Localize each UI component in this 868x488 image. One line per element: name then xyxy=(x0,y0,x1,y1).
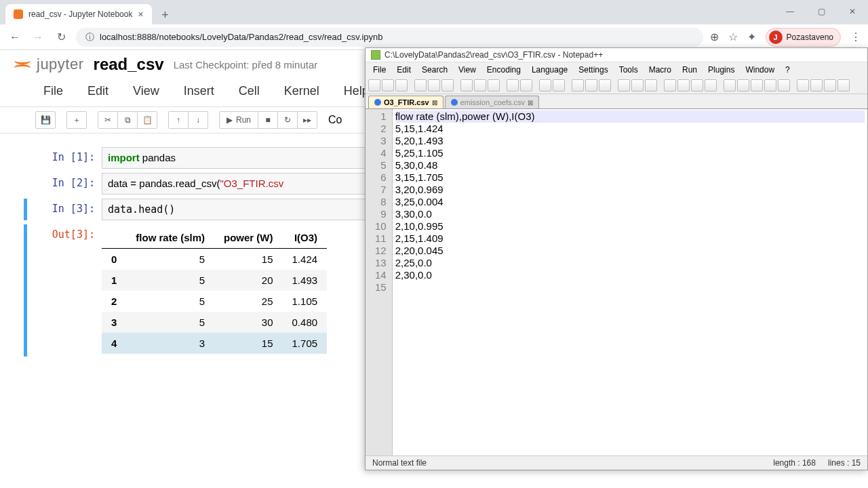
celltype-select[interactable]: Co xyxy=(328,114,342,126)
npp-tab[interactable]: emission_coefs.csv⊠ xyxy=(445,96,539,108)
npp-tool-button[interactable] xyxy=(737,79,749,92)
menu-insert[interactable]: Insert xyxy=(184,84,214,98)
npp-tool-button[interactable] xyxy=(585,79,597,92)
npp-tool-button[interactable] xyxy=(599,79,611,92)
npp-menu-settings[interactable]: Settings xyxy=(574,64,612,76)
npp-menu-tools[interactable]: Tools xyxy=(614,64,643,76)
npp-tool-button[interactable] xyxy=(751,79,763,92)
npp-menu-encoding[interactable]: Encoding xyxy=(482,64,526,76)
npp-tool-button[interactable] xyxy=(810,79,823,92)
paste-button[interactable]: 📋 xyxy=(137,111,157,129)
npp-menu-run[interactable]: Run xyxy=(677,64,702,76)
npp-tool-button[interactable] xyxy=(520,79,532,92)
tab-close-icon[interactable]: ⊠ xyxy=(528,99,533,106)
address-bar[interactable]: ⓘ localhost:8888/notebooks/LovelyData/Pa… xyxy=(76,28,703,47)
npp-tool-button[interactable] xyxy=(778,79,790,92)
npp-tool-button[interactable] xyxy=(507,79,519,92)
omnibox-actions: ⊕ ☆ ✦ J Pozastaveno ⋮ xyxy=(710,28,861,47)
tab-close-icon[interactable]: ⊠ xyxy=(432,99,437,106)
npp-tool-button[interactable] xyxy=(460,79,473,92)
notebook-title[interactable]: read_csv xyxy=(94,55,164,74)
npp-menubar: FileEditSearchViewEncodingLanguageSettin… xyxy=(366,62,867,77)
menu-kernel[interactable]: Kernel xyxy=(284,84,319,98)
move-up-button[interactable]: ↑ xyxy=(168,111,189,129)
jupyter-wordmark: jupyter xyxy=(37,56,84,73)
prompt-in: In [3]: xyxy=(27,199,102,220)
npp-tool-button[interactable] xyxy=(824,79,836,92)
minimize-button[interactable]: — xyxy=(774,0,806,23)
npp-menu-window[interactable]: Window xyxy=(741,64,779,76)
npp-menu-plugins[interactable]: Plugins xyxy=(703,64,739,76)
npp-menu-view[interactable]: View xyxy=(454,64,481,76)
npp-tool-button[interactable] xyxy=(539,79,551,92)
npp-titlebar[interactable]: C:\LovelyData\Pandas2\read_csv\O3_FTIR.c… xyxy=(366,48,867,62)
npp-tool-button[interactable] xyxy=(382,79,394,92)
checkpoint-label: Last Checkpoint: před 8 minutar xyxy=(174,59,318,70)
npp-menu-language[interactable]: Language xyxy=(527,64,572,76)
npp-tool-button[interactable] xyxy=(837,79,850,92)
bookmark-icon[interactable]: ☆ xyxy=(728,30,738,43)
notepadpp-window[interactable]: C:\LovelyData\Pandas2\read_csv\O3_FTIR.c… xyxy=(365,47,868,470)
cut-button[interactable]: ✂ xyxy=(98,111,118,129)
browser-tab[interactable]: read_csv - Jupyter Notebook × xyxy=(5,4,152,24)
npp-tool-button[interactable] xyxy=(797,79,809,92)
interrupt-button[interactable]: ■ xyxy=(258,111,278,129)
npp-tool-button[interactable] xyxy=(764,79,776,92)
copy-button[interactable]: ⧉ xyxy=(117,111,138,129)
menu-file[interactable]: File xyxy=(43,84,63,98)
npp-menu-file[interactable]: File xyxy=(368,64,391,76)
npp-tool-button[interactable] xyxy=(724,79,736,92)
menu-view[interactable]: View xyxy=(133,84,159,98)
add-cell-button[interactable]: ＋ xyxy=(66,111,87,129)
npp-statusbar: Normal text file length : 168 lines : 15 xyxy=(366,455,867,470)
npp-menu-macro[interactable]: Macro xyxy=(644,64,676,76)
editor-body[interactable]: flow rate (slm),power (W),I(O3)5,15,1.42… xyxy=(393,109,867,455)
tab-strip: read_csv - Jupyter Notebook × + xyxy=(0,0,868,24)
avatar-icon: J xyxy=(769,30,783,44)
maximize-button[interactable]: ▢ xyxy=(806,0,837,23)
profile-button[interactable]: J Pozastaveno xyxy=(766,28,841,47)
forward-button[interactable]: → xyxy=(30,29,46,45)
npp-menu-search[interactable]: Search xyxy=(417,64,452,76)
site-info-icon[interactable]: ⓘ xyxy=(85,31,94,43)
npp-menu-?[interactable]: ? xyxy=(781,64,795,76)
npp-tool-button[interactable] xyxy=(572,79,584,92)
npp-tool-button[interactable] xyxy=(368,79,380,92)
menu-edit[interactable]: Edit xyxy=(87,84,108,98)
menu-cell[interactable]: Cell xyxy=(239,84,260,98)
npp-tool-button[interactable] xyxy=(677,79,690,92)
npp-tool-button[interactable] xyxy=(474,79,486,92)
back-button[interactable]: ← xyxy=(7,29,23,45)
jupyter-logo[interactable]: jupyter xyxy=(12,54,84,75)
npp-tool-button[interactable] xyxy=(664,79,676,92)
extensions-icon[interactable]: ✦ xyxy=(747,30,756,43)
npp-tool-button[interactable] xyxy=(553,79,565,92)
npp-editor[interactable]: 123456789101112131415 flow rate (slm),po… xyxy=(366,108,867,455)
restart-run-button[interactable]: ▸▸ xyxy=(297,111,317,129)
close-button[interactable]: ✕ xyxy=(837,0,868,23)
npp-tool-button[interactable] xyxy=(618,79,630,92)
status-length: length : 168 xyxy=(773,458,816,468)
npp-tab[interactable]: O3_FTIR.csv⊠ xyxy=(368,96,443,108)
profile-label: Pozastaveno xyxy=(787,33,833,42)
save-button[interactable]: 💾 xyxy=(35,111,56,129)
tab-close-icon[interactable]: × xyxy=(138,9,143,20)
npp-tool-button[interactable] xyxy=(645,79,657,92)
new-tab-button[interactable]: + xyxy=(156,5,175,24)
npp-tool-button[interactable] xyxy=(395,79,408,92)
npp-tool-button[interactable] xyxy=(691,79,703,92)
npp-menu-edit[interactable]: Edit xyxy=(392,64,416,76)
zoom-icon[interactable]: ⊕ xyxy=(710,30,719,43)
npp-tool-button[interactable] xyxy=(705,79,717,92)
move-down-button[interactable]: ↓ xyxy=(188,111,208,129)
npp-tool-button[interactable] xyxy=(488,79,500,92)
menu-icon[interactable]: ⋮ xyxy=(850,30,861,43)
restart-button[interactable]: ↻ xyxy=(277,111,298,129)
npp-tool-button[interactable] xyxy=(414,79,427,92)
status-filetype: Normal text file xyxy=(372,458,427,468)
reload-button[interactable]: ↻ xyxy=(53,29,69,45)
npp-tool-button[interactable] xyxy=(441,79,454,92)
npp-tool-button[interactable] xyxy=(428,79,440,92)
run-button[interactable]: ▶ Run xyxy=(219,111,258,129)
npp-tool-button[interactable] xyxy=(631,79,644,92)
